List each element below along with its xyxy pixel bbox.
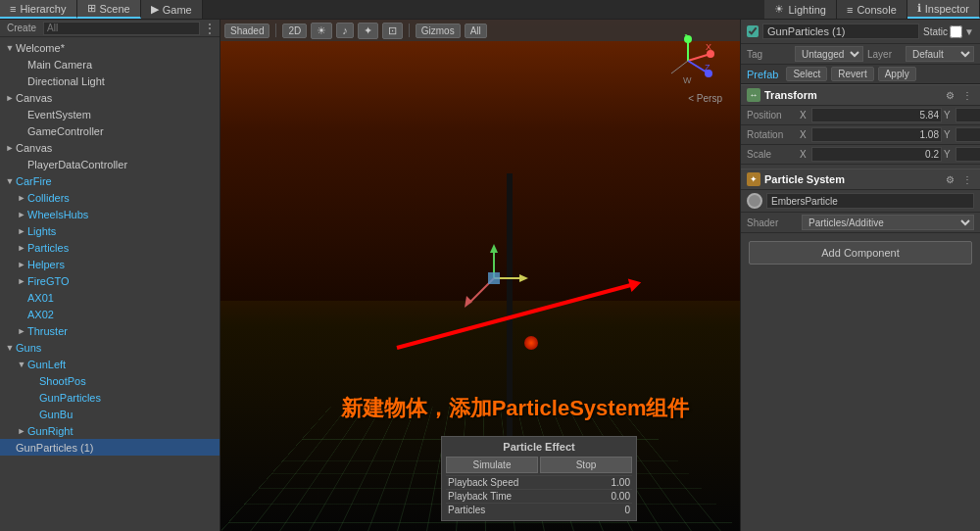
gizmos-button[interactable]: Gizmos [416,24,461,38]
object-name-input[interactable] [762,24,919,39]
stop-button[interactable]: Stop [540,457,632,473]
shaded-button[interactable]: Shaded [224,24,270,38]
effects-button[interactable]: ✦ [358,23,378,39]
svg-line-9 [671,61,688,73]
ry-axis-label: Y [944,129,954,140]
simulate-button[interactable]: Simulate [446,457,538,473]
hierarchy-item-firegto[interactable]: FireGTO [0,272,220,289]
hierarchy-item-label: GunRight [27,425,73,437]
select-button[interactable]: Select [786,67,827,81]
hierarchy-item-playerdatacontroller[interactable]: PlayerDataController [0,156,220,172]
tab-scene[interactable]: ⊞ Scene [77,0,141,19]
emitter-name-input[interactable] [766,193,974,209]
hierarchy-item-lights[interactable]: Lights [0,222,220,239]
tab-game[interactable]: ▶ Game [141,0,203,19]
hierarchy-item-carfire[interactable]: CarFire [0,172,220,189]
hierarchy-item-helpers[interactable]: Helpers [0,256,220,272]
hierarchy-item-label: EventSystem [27,109,91,121]
shader-select[interactable]: Particles/Additive [802,215,974,230]
tab-console[interactable]: ≡ Console [837,0,907,19]
tab-inspector[interactable]: ℹ Inspector [907,0,980,19]
hierarchy-item-label: Guns [16,342,41,354]
layer-select[interactable]: Default [906,46,974,62]
particle-settings-button[interactable]: ⚙ [944,174,956,185]
hierarchy-item-label: Thruster [27,325,68,337]
transform-settings-button[interactable]: ⚙ [944,90,956,101]
hierarchy-item-label: Main Camera [27,59,92,71]
transform-menu-button[interactable]: ⋮ [960,90,974,101]
arrow-icon [16,276,27,286]
hierarchy-item-gunparticles1[interactable]: GunParticles (1) [0,439,220,456]
rotation-y-input[interactable] [956,127,980,142]
hierarchy-item-canvas2[interactable]: Canvas [0,139,220,156]
hierarchy-item-gunparticles[interactable]: GunParticles [0,389,220,406]
playback-time-row: Playback Time 0.00 [446,489,632,503]
hierarchy-item-ax01[interactable]: AX01 [0,289,220,306]
hierarchy-search-input[interactable] [43,22,200,35]
hierarchy-item-eventsystem[interactable]: EventSystem [0,106,220,122]
tab-hierarchy-label: Hierarchy [20,3,66,15]
hierarchy-item-label: GunParticles (1) [16,442,93,454]
hierarchy-item-colliders[interactable]: Colliders [0,189,220,206]
object-enabled-checkbox[interactable] [747,25,759,37]
tab-hierarchy[interactable]: ≡ Hierarchy [0,0,77,19]
prefab-bar: Prefab Select Revert Apply [741,65,980,84]
playback-time-value: 0.00 [612,491,630,502]
scale-x-input[interactable] [811,147,942,162]
scene-view[interactable]: 新建物体，添加ParticleSystem组件 Shaded 2D ☀ ♪ ✦ … [220,20,740,531]
hierarchy-menu-icon[interactable]: ⋮ [204,22,216,35]
tag-select[interactable]: Untagged [795,46,863,62]
scene-gizmo: X Y Z W [662,34,715,88]
static-checkbox[interactable] [950,25,962,38]
svg-marker-16 [465,296,472,308]
all-button[interactable]: All [465,24,487,38]
position-x-input[interactable] [811,108,942,122]
hierarchy-item-directional-light[interactable]: Directional Light [0,72,220,89]
playback-speed-row: Playback Speed 1.00 [446,475,632,489]
hierarchy-item-label: Canvas [16,92,52,104]
hierarchy-item-label: GunParticles [39,392,101,404]
arrow-icon [16,193,27,203]
scale-y-input[interactable] [956,147,980,162]
particle-simulate-row: Simulate Stop [446,457,632,473]
create-button[interactable]: Create [4,23,39,33]
hierarchy-item-wheelshubs[interactable]: WheelsHubs [0,206,220,222]
static-arrow-icon[interactable]: ▼ [964,26,974,37]
hierarchy-item-gunright[interactable]: GunRight [0,422,220,439]
revert-button[interactable]: Revert [831,67,873,81]
scale-row: Scale X Y Z [741,145,980,165]
playback-time-label: Playback Time [448,491,512,502]
tab-console-label: Console [857,4,896,16]
arrow-icon [16,360,27,369]
hierarchy-item-gunleft[interactable]: GunLeft [0,356,220,372]
hierarchy-item-shootpos[interactable]: ShootPos [0,372,220,389]
position-y-input[interactable] [956,108,980,122]
hierarchy-item-particles[interactable]: Particles [0,239,220,256]
hierarchy-item-label: CarFire [16,175,52,187]
scene-background: 新建物体，添加ParticleSystem组件 Shaded 2D ☀ ♪ ✦ … [220,20,740,531]
hierarchy-item-gamecontroller[interactable]: GameController [0,122,220,139]
light-button[interactable]: ☀ [311,23,332,39]
apply-button[interactable]: Apply [878,67,916,81]
hierarchy-item-label: Canvas [16,142,52,154]
hierarchy-item-thruster[interactable]: Thruster [0,322,220,339]
add-component-button[interactable]: Add Component [749,241,972,265]
hierarchy-item-guns[interactable]: Guns [0,339,220,356]
view-button[interactable]: ⊡ [382,23,403,39]
particle-menu-button[interactable]: ⋮ [960,174,974,185]
hierarchy-item-welcome[interactable]: Welcome* [0,39,220,56]
tab-inspector-label: Inspector [925,3,969,15]
hierarchy-item-gunbu[interactable]: GunBu [0,406,220,422]
particle-effect-title: Particle Effect [446,441,632,453]
audio-button[interactable]: ♪ [336,23,354,38]
rotation-x-input[interactable] [811,127,942,142]
arrow-icon [4,43,16,53]
hierarchy-item-ax02[interactable]: AX02 [0,306,220,322]
hierarchy-item-canvas1[interactable]: Canvas [0,89,220,106]
tab-lighting[interactable]: ☀ Lighting [764,0,837,19]
tag-label: Tag [747,49,791,60]
svg-text:Z: Z [705,63,710,72]
hierarchy-item-main-camera[interactable]: Main Camera [0,56,220,72]
transform-component-header: ↔ Transform ⚙ ⋮ [741,84,980,106]
2d-button[interactable]: 2D [282,24,307,38]
